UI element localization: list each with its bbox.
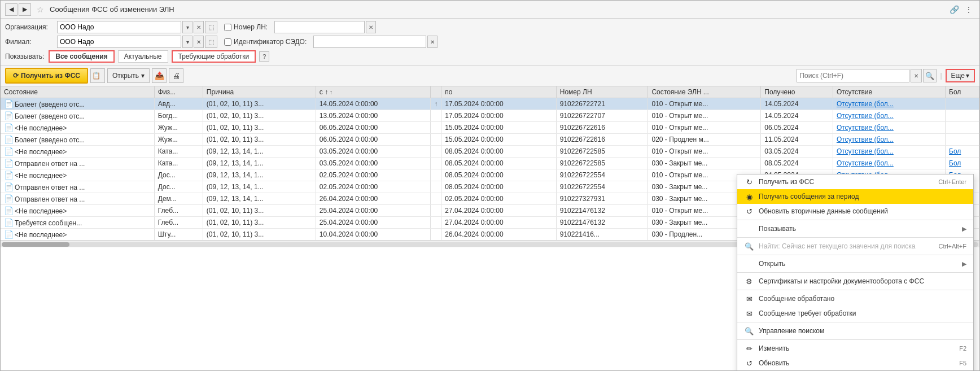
cm-item[interactable]: ↻ Получить из ФСС Ctrl+Enter (737, 174, 973, 189)
cell-phys: Дос... (154, 169, 203, 181)
cm-item[interactable]: Открыть ▶ (737, 256, 973, 271)
table-row[interactable]: 📄Болеет (введено отс... Жуж... (01, 02, … (1, 134, 979, 146)
more-btn[interactable]: Еще ▾ (946, 69, 975, 82)
table-row[interactable]: 📄Болеет (введено отс... Богд... (01, 02,… (1, 110, 979, 122)
help-btn[interactable]: ? (259, 51, 269, 62)
table-row[interactable]: 📄<Не последнее> Жуж... (01, 02, 10, 11) … (1, 122, 979, 134)
ln-number-checkbox[interactable] (224, 24, 231, 31)
back-button[interactable]: ◀ (5, 3, 18, 16)
show-processing-btn[interactable]: Требующие обработки (172, 50, 256, 63)
cell-ln: 910221476132 (556, 217, 648, 229)
cell-arrow (431, 217, 441, 229)
cm-item-icon: 🔍 (744, 327, 754, 335)
cell-phys: Жуж... (154, 122, 203, 134)
cm-item-arrow: ▶ (962, 225, 966, 233)
col-from[interactable]: с ↑ (316, 86, 430, 98)
cell-state: 📄Болеет (введено отс... (1, 134, 154, 146)
sedo-clear-btn[interactable]: ✕ (427, 36, 438, 48)
cm-item-icon: ✉ (744, 309, 754, 318)
cm-item[interactable]: ✉ Сообщение требует обработки (737, 306, 973, 321)
branch-dropdown-btn[interactable]: ▾ (182, 36, 193, 48)
link-icon[interactable]: 🔗 (948, 3, 960, 16)
cell-from: 03.05.2024 0:00:00 (316, 158, 430, 169)
search-input[interactable] (797, 69, 909, 82)
cell-to: 08.05.2024 0:00:00 (441, 158, 556, 169)
cell-state: 📄Отправлен ответ на ... (1, 181, 154, 193)
col-phys[interactable]: Физ... (154, 86, 203, 98)
cm-item[interactable]: ↺ Обновить F5 (737, 356, 973, 370)
cell-from: 25.04.2024 0:00:00 (316, 205, 430, 217)
ln-number-input[interactable] (274, 21, 365, 33)
cell-arrow (431, 146, 441, 158)
main-window: ◀ ▶ ☆ Сообщения ФСС об изменении ЭЛН 🔗 ⋮… (0, 0, 980, 371)
sedo-input[interactable] (313, 36, 426, 48)
cell-reason: (01, 02, 10, 11) 3... (203, 229, 316, 241)
cm-item-icon: ✏ (744, 344, 754, 353)
cell-state: 📄<Не последнее> (1, 229, 154, 241)
cm-item[interactable]: ◉ Получить сообщения за период (737, 189, 973, 204)
branch-input[interactable] (57, 36, 181, 48)
cell-state: 📄Требуется сообщен... (1, 217, 154, 229)
cm-item[interactable]: ⚙ Сертификаты и настройки документооборо… (737, 274, 973, 289)
col-to[interactable]: по (441, 86, 556, 98)
get-fss-button[interactable]: ⟳ Получить из ФСС (5, 68, 88, 84)
more-dropdown-icon: ▾ (966, 72, 969, 80)
sedo-checkbox[interactable] (224, 38, 231, 46)
print-btn[interactable]: 🖨 (169, 68, 183, 83)
cell-ln: 910221476132 (556, 205, 648, 217)
cm-item[interactable]: ✏ Изменить F2 (737, 341, 973, 356)
col-reason[interactable]: Причина (203, 86, 316, 98)
cm-item[interactable]: Показывать ▶ (737, 221, 973, 236)
cell-to: 17.05.2024 0:00:00 (441, 98, 556, 110)
export-btn[interactable]: 📤 (152, 68, 167, 83)
cell-state: 📄<Не последнее> (1, 205, 154, 217)
show-all-btn[interactable]: Все сообщения (49, 50, 115, 63)
cm-divider (737, 255, 973, 255)
org-input[interactable] (57, 21, 181, 33)
table-row[interactable]: 📄Отправлен ответ на ... Ката... (09, 12,… (1, 158, 979, 169)
col-absence[interactable]: Отсутствие (833, 86, 945, 98)
cm-item[interactable]: ↺ Обновить вторичные данные сообщений (737, 204, 973, 219)
open-btn[interactable]: Открыть ▾ (107, 68, 150, 83)
get-fss-label: Получить из ФСС (21, 72, 80, 80)
cm-item[interactable]: ✉ Сообщение обработано (737, 291, 973, 306)
branch-ext-btn[interactable]: ⬚ (205, 36, 217, 48)
clipboard-btn[interactable]: 📋 (90, 68, 105, 83)
cm-item-icon: ✉ (744, 295, 754, 303)
org-ext-btn[interactable]: ⬚ (205, 21, 217, 33)
ln-clear-btn[interactable]: ✕ (366, 21, 376, 33)
cell-to: 08.05.2024 0:00:00 (441, 146, 556, 158)
ln-number-label: Номер ЛН: (234, 23, 268, 31)
cell-reason: (09, 12, 13, 14, 1... (203, 169, 316, 181)
cell-phys: Дос... (154, 181, 203, 193)
cm-item-icon: 🔍 (744, 242, 754, 251)
col-state[interactable]: Состояние (1, 86, 154, 98)
col-ln[interactable]: Номер ЛН (556, 86, 648, 98)
org-dropdown-btn[interactable]: ▾ (182, 21, 193, 33)
show-actual-btn[interactable]: Актуальные (118, 50, 168, 63)
col-eln[interactable]: Состояние ЭЛН ... (648, 86, 761, 98)
cell-ln: 910226722616 (556, 122, 648, 134)
table-header-row: Состояние Физ... Причина с ↑ по Номер ЛН… (1, 86, 979, 98)
row-doc-icon: 📄 (4, 230, 14, 239)
col-received[interactable]: Получено (761, 86, 833, 98)
cell-eln: 010 - Открыт ме... (648, 146, 761, 158)
forward-button[interactable]: ▶ (19, 3, 31, 16)
cm-item-shortcut: Ctrl+Enter (938, 178, 966, 185)
more-icon[interactable]: ⋮ (963, 3, 975, 16)
context-menu: ↻ Получить из ФСС Ctrl+Enter ◉ Получить … (737, 174, 974, 370)
table-row[interactable]: 📄<Не последнее> Ката... (09, 12, 13, 14,… (1, 146, 979, 158)
org-clear-btn[interactable]: ✕ (194, 21, 204, 33)
table-row[interactable]: 📄Болеет (введено отс... Авд... (01, 02, … (1, 98, 979, 110)
row-doc-icon: 📄 (4, 135, 14, 144)
sedo-label: Идентификатор СЭДО: (234, 38, 307, 46)
col-bol[interactable]: Бол (946, 86, 979, 98)
branch-clear-btn[interactable]: ✕ (194, 36, 204, 48)
cell-reason: (01, 02, 10, 11) 3... (203, 98, 316, 110)
cm-item[interactable]: 🔍 Управление поиском (737, 324, 973, 338)
search-go-btn[interactable]: 🔍 (923, 69, 937, 82)
search-clear-btn[interactable]: ✕ (911, 69, 922, 82)
row-doc-icon: 📄 (4, 123, 14, 132)
cell-bol: Бол (946, 146, 979, 158)
row-doc-icon: 📄 (4, 171, 14, 180)
